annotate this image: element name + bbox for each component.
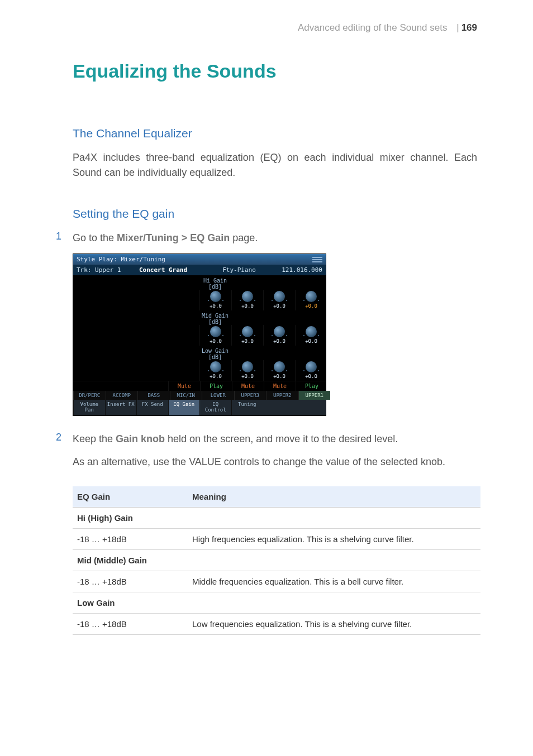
knob-icon[interactable] bbox=[242, 326, 253, 337]
alt-paragraph: As an alternative, use the VALUE control… bbox=[73, 454, 477, 470]
hi-gain-knob-cell[interactable]: +0.0 bbox=[295, 290, 327, 310]
knob-icon[interactable] bbox=[306, 326, 317, 337]
track-tab[interactable]: LOWER bbox=[202, 391, 234, 400]
knob-icon[interactable] bbox=[274, 326, 285, 337]
hi-gain-knob-cell[interactable]: +0.0 bbox=[231, 290, 263, 310]
knob-value: +0.0 bbox=[264, 374, 295, 379]
hi-gain-row: +0.0 +0.0 +0.0 +0.0 bbox=[73, 290, 326, 310]
track-tab[interactable]: UPPER1 bbox=[298, 391, 331, 400]
page-tab[interactable]: Volume Pan bbox=[73, 400, 105, 415]
breadcrumb: Advanced editing of the Sound sets bbox=[298, 22, 447, 33]
table-section-row: Low Gain bbox=[73, 592, 480, 613]
control-name: Gain knob bbox=[116, 433, 165, 444]
value-control: VALUE bbox=[189, 456, 221, 467]
track-tab[interactable]: UPPER2 bbox=[266, 391, 298, 400]
band-label-hi: Hi Gain [dB] bbox=[199, 275, 231, 290]
knob-icon[interactable] bbox=[242, 291, 253, 302]
step-2: 2 Keep the Gain knob held on the screen,… bbox=[56, 432, 477, 447]
knob-value: +0.0 bbox=[296, 303, 327, 309]
table-row: -18 … +18dB High frequencies equalizatio… bbox=[73, 528, 480, 549]
mid-gain-row: +0.0 +0.0 +0.0 +0.0 bbox=[73, 325, 326, 346]
running-header: Advanced editing of the Sound sets |169 bbox=[56, 22, 477, 34]
section-heading-channel-eq: The Channel Equalizer bbox=[73, 127, 477, 140]
knob-value: +0.0 bbox=[296, 374, 327, 379]
text: page. bbox=[230, 232, 258, 243]
band-label-mid: Mid Gain [dB] bbox=[199, 310, 231, 325]
mid-gain-knob-cell[interactable]: +0.0 bbox=[199, 325, 231, 346]
track-tab[interactable]: DR/PERC bbox=[73, 391, 106, 400]
low-gain-knob-cell[interactable]: +0.0 bbox=[231, 360, 263, 381]
preset-number: 121.016.000 bbox=[269, 265, 326, 275]
track-tab[interactable]: UPPER3 bbox=[234, 391, 266, 400]
table-cell: Low frequencies equalization. This is a … bbox=[188, 613, 480, 634]
window-title: Style Play: Mixer/Tuning bbox=[77, 256, 165, 263]
knob-value: +0.0 bbox=[232, 374, 263, 379]
knob-value: +0.0 bbox=[232, 303, 263, 309]
table-head: EQ Gain bbox=[73, 486, 188, 508]
knob-icon[interactable] bbox=[274, 361, 285, 372]
table-head-row: EQ Gain Meaning bbox=[73, 486, 480, 508]
knob-icon[interactable] bbox=[306, 361, 317, 372]
state-cell[interactable]: Play bbox=[200, 381, 232, 391]
preset-name: Concert Grand bbox=[136, 265, 210, 275]
low-gain-knob-cell[interactable]: +0.0 bbox=[199, 360, 231, 381]
knob-icon[interactable] bbox=[274, 291, 285, 302]
knob-icon[interactable] bbox=[210, 361, 221, 372]
knob-icon[interactable] bbox=[306, 291, 317, 302]
page-tab[interactable]: Insert FX bbox=[105, 400, 137, 415]
track-label: Trk: Upper 1 bbox=[73, 265, 136, 275]
knob-value: +0.0 bbox=[264, 338, 295, 344]
knob-value: +0.0 bbox=[296, 338, 327, 344]
knob-icon[interactable] bbox=[242, 361, 253, 372]
mid-gain-knob-cell[interactable]: +0.0 bbox=[231, 325, 263, 346]
page-tabs-row: Volume Pan Insert FX FX Send EQ Gain EQ … bbox=[73, 400, 326, 415]
state-cell[interactable]: Mute bbox=[232, 381, 264, 391]
track-tabs-row: DR/PERC ACCOMP BASS MIC/IN LOWER UPPER3 … bbox=[73, 391, 326, 400]
text: held on the screen, and move it to the d… bbox=[165, 433, 398, 444]
step-number: 2 bbox=[56, 432, 73, 447]
mid-gain-knob-cell[interactable]: +0.0 bbox=[295, 325, 327, 346]
low-gain-knob-cell[interactable]: +0.0 bbox=[295, 360, 327, 381]
band-label-low: Low Gain [dB] bbox=[199, 346, 231, 360]
knob-value: +0.0 bbox=[200, 338, 231, 344]
mid-gain-knob-cell[interactable]: +0.0 bbox=[263, 325, 295, 346]
eq-gain-screenshot: Style Play: Mixer/Tuning Trk: Upper 1 Co… bbox=[73, 253, 326, 416]
track-tab[interactable]: ACCOMP bbox=[106, 391, 138, 400]
table-cell: High frequencies equalization. This is a… bbox=[188, 528, 480, 549]
table-cell: -18 … +18dB bbox=[73, 613, 188, 634]
table-cell: -18 … +18dB bbox=[73, 571, 188, 592]
section-body-channel-eq: Pa4X includes three-band equalization (E… bbox=[73, 150, 477, 180]
step-text: Go to the Mixer/Tuning > EQ Gain page. bbox=[73, 231, 477, 246]
page-tab[interactable]: Tuning bbox=[231, 400, 263, 415]
hi-gain-knob-cell[interactable]: +0.0 bbox=[199, 290, 231, 310]
knob-value: +0.0 bbox=[200, 374, 231, 379]
track-tab[interactable]: BASS bbox=[137, 391, 170, 400]
low-gain-knob-cell[interactable]: +0.0 bbox=[263, 360, 295, 381]
section-heading-eq-gain: Setting the EQ gain bbox=[73, 207, 477, 221]
window-info-bar: Trk: Upper 1 Concert Grand Fty-Piano 121… bbox=[73, 265, 326, 275]
step-number: 1 bbox=[56, 231, 73, 246]
text: As an alternative, use the bbox=[73, 456, 189, 467]
step-text: Keep the Gain knob held on the screen, a… bbox=[73, 432, 477, 447]
table-section-row: Mid (Middle) Gain bbox=[73, 549, 480, 571]
state-cell[interactable]: Mute bbox=[264, 381, 296, 391]
hi-gain-knob-cell[interactable]: +0.0 bbox=[263, 290, 295, 310]
state-cell[interactable]: Mute bbox=[168, 381, 200, 391]
menu-path: Mixer/Tuning > EQ Gain bbox=[117, 232, 230, 243]
state-cell[interactable]: Play bbox=[296, 381, 327, 391]
header-separator: | bbox=[456, 22, 459, 33]
text: Keep the bbox=[73, 433, 116, 444]
track-tab[interactable]: MIC/IN bbox=[170, 391, 202, 400]
table-section: Mid (Middle) Gain bbox=[73, 549, 480, 571]
knob-value: +0.0 bbox=[264, 303, 295, 309]
page-tab[interactable]: FX Send bbox=[136, 400, 168, 415]
knob-icon[interactable] bbox=[210, 326, 221, 337]
menu-icon[interactable] bbox=[312, 259, 322, 260]
page: Advanced editing of the Sound sets |169 … bbox=[0, 0, 533, 680]
knob-icon[interactable] bbox=[210, 291, 221, 302]
table-cell: Middle frequencies equalization. This is… bbox=[188, 571, 480, 592]
page-tab[interactable]: EQ Control bbox=[199, 400, 231, 415]
page-tab[interactable]: EQ Gain bbox=[168, 400, 200, 415]
table-section-row: Hi (High) Gain bbox=[73, 507, 480, 528]
knob-value: +0.0 bbox=[200, 303, 231, 309]
